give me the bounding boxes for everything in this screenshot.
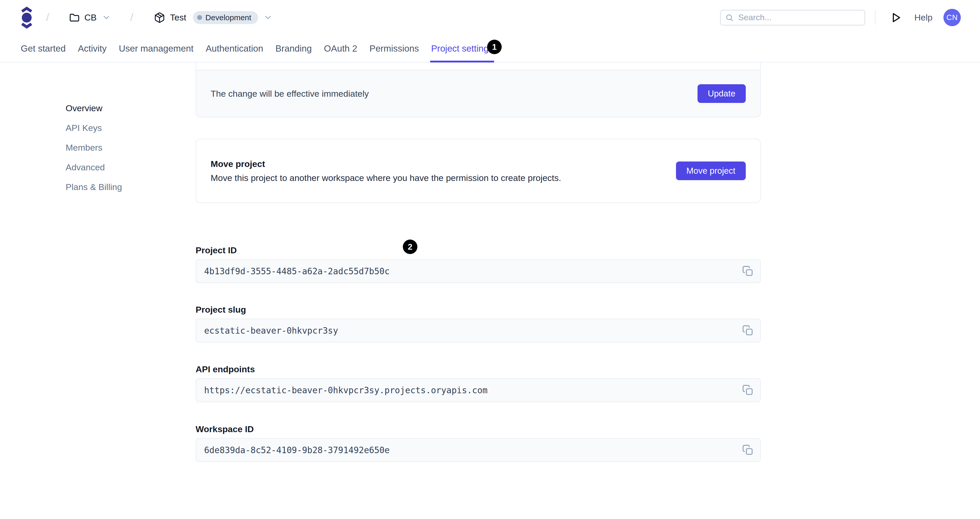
move-project-card: Move project Move this project to anothe… <box>196 139 761 203</box>
annotation-badge-1: 1 <box>487 40 502 54</box>
project-id-value[interactable] <box>204 266 740 277</box>
tab-user-management[interactable]: User management <box>119 35 194 62</box>
project-slug-input-box <box>196 319 761 343</box>
workspace-name: CB <box>84 13 97 22</box>
field-api-endpoints: API endpoints <box>196 364 761 402</box>
ory-logo-icon[interactable] <box>21 7 33 29</box>
chevron-down-icon <box>103 16 110 19</box>
project-slug-value[interactable] <box>204 325 740 336</box>
project-id-label: Project ID <box>196 245 761 256</box>
workspace-switcher[interactable]: CB <box>69 13 110 22</box>
copy-button[interactable] <box>740 263 756 279</box>
sidebar-item-overview[interactable]: Overview <box>66 98 122 118</box>
breadcrumb-separator: / <box>130 12 133 23</box>
move-project-title: Move project <box>211 159 561 169</box>
settings-content: The change will be effective immediately… <box>196 0 761 519</box>
ory-console-page: / CB / <box>0 0 980 519</box>
update-card-footer: The change will be effective immediately… <box>196 70 760 117</box>
update-card: The change will be effective immediately… <box>196 62 761 117</box>
copy-icon <box>742 325 754 336</box>
update-button[interactable]: Update <box>697 84 746 103</box>
workspace-id-label: Workspace ID <box>196 424 761 435</box>
annotation-badge-2: 2 <box>403 240 417 254</box>
copy-icon <box>742 444 754 456</box>
copy-icon <box>742 384 754 396</box>
api-endpoints-input-box <box>196 378 761 402</box>
move-project-text: Move project Move this project to anothe… <box>211 159 561 183</box>
api-endpoints-label: API endpoints <box>196 364 761 375</box>
sidebar-item-members[interactable]: Members <box>66 138 122 157</box>
copy-button[interactable] <box>740 323 756 338</box>
sidebar-item-api-keys[interactable]: API Keys <box>66 118 122 138</box>
update-card-body-cutoff <box>196 62 760 70</box>
play-icon-button[interactable] <box>891 12 901 23</box>
copy-button[interactable] <box>740 383 756 398</box>
folder-icon <box>69 13 80 22</box>
sidebar-item-advanced[interactable]: Advanced <box>66 157 122 177</box>
copy-button[interactable] <box>740 442 756 458</box>
topbar-divider <box>875 10 875 25</box>
copy-icon <box>742 265 754 277</box>
move-project-button[interactable]: Move project <box>676 162 746 180</box>
field-project-id: Project ID <box>196 245 761 283</box>
tab-get-started[interactable]: Get started <box>21 35 66 62</box>
package-icon <box>154 12 165 23</box>
field-workspace-id: Workspace ID <box>196 424 761 462</box>
project-name: Test <box>170 13 186 22</box>
breadcrumb-separator: / <box>46 12 49 23</box>
project-slug-label: Project slug <box>196 304 761 315</box>
tab-activity[interactable]: Activity <box>78 35 107 62</box>
move-project-description: Move this project to another workspace w… <box>211 173 561 183</box>
update-card-message: The change will be effective immediately <box>211 89 369 99</box>
api-endpoints-value[interactable] <box>204 385 740 395</box>
project-id-input-box <box>196 259 761 283</box>
workspace-id-value[interactable] <box>204 445 740 456</box>
field-project-slug: Project slug <box>196 304 761 343</box>
sidebar-item-plans-billing[interactable]: Plans & Billing <box>66 177 122 197</box>
workspace-id-input-box <box>196 438 761 462</box>
help-link[interactable]: Help <box>914 13 932 22</box>
settings-sidebar: Overview API Keys Members Advanced Plans… <box>66 98 122 197</box>
user-avatar[interactable]: CN <box>943 9 961 26</box>
